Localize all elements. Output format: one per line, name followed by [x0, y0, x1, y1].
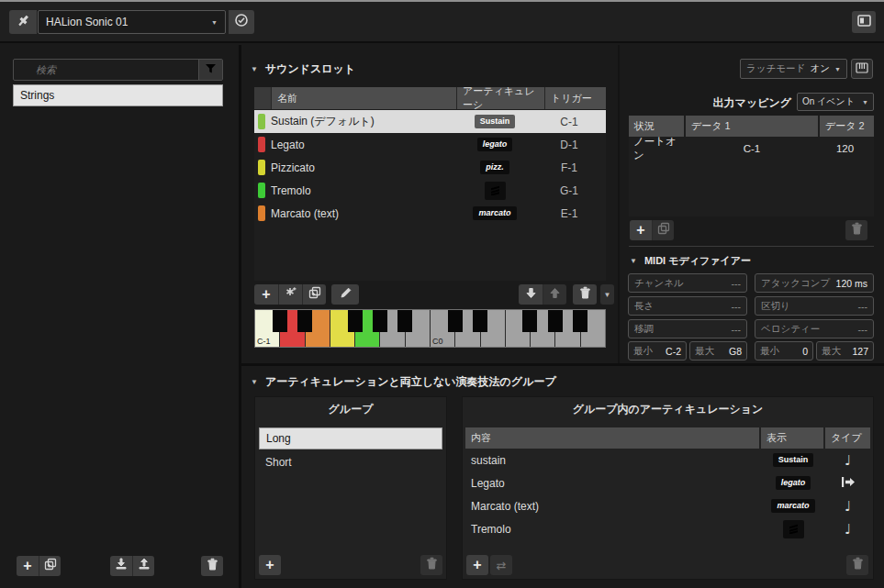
chevron-down-icon: ▼: [604, 291, 611, 299]
group-list-panel: グループ Long Short +: [254, 396, 447, 580]
sound-slot-row[interactable]: Pizzicato pizz. F-1: [254, 156, 606, 179]
chevron-down-icon: ▼: [862, 99, 868, 105]
delete-articulation-button[interactable]: [846, 555, 868, 575]
column-data2[interactable]: データ 2: [820, 116, 874, 137]
black-key[interactable]: [348, 310, 363, 332]
column-type[interactable]: タイプ: [825, 427, 870, 449]
delete-output-event-button[interactable]: [845, 220, 867, 240]
add-group-button[interactable]: +: [259, 555, 281, 575]
articulation-badge: legato: [477, 138, 513, 151]
groups-section-header[interactable]: ▼ アーティキュレーションと両立しない演奏技法のグループ: [251, 374, 556, 390]
group-articulation-row[interactable]: Marcato (text) marcato ♩: [465, 494, 870, 517]
velocity-field[interactable]: ベロシティー ---: [755, 319, 874, 338]
channel-field[interactable]: チャンネル ---: [628, 273, 747, 293]
pencil-icon: [340, 286, 352, 303]
trash-icon: [852, 557, 864, 573]
add-slot-button[interactable]: +: [254, 284, 278, 305]
articulation-name: Marcato (text): [465, 500, 761, 513]
delete-map-button[interactable]: [201, 556, 223, 576]
attack-comp-field[interactable]: アタックコンプ 120 ms: [755, 273, 874, 293]
bottom-section-divider: [241, 363, 884, 366]
length-field[interactable]: 長さ ---: [628, 296, 747, 316]
pitch-max-field[interactable]: 最大 G8: [689, 341, 747, 361]
keyswitch-assign-button[interactable]: [278, 284, 302, 305]
black-key[interactable]: [548, 310, 563, 332]
slot-options-button[interactable]: ▼: [600, 284, 614, 305]
delete-group-button[interactable]: [420, 555, 442, 575]
output-mapping-row[interactable]: ノートオン C-1 120: [629, 137, 874, 160]
column-content[interactable]: 内容: [465, 427, 759, 449]
sound-slot-row[interactable]: Sustain (デフォルト) Sustain C-1: [254, 110, 606, 133]
instrument-selector[interactable]: HALion Sonic 01 ▼: [38, 10, 226, 34]
slot-color-swatch: [258, 137, 265, 152]
black-key[interactable]: [297, 310, 312, 332]
panel-toggle-button[interactable]: [852, 11, 876, 33]
separator-field[interactable]: 区切り ---: [755, 296, 874, 316]
slot-name: Marcato (text): [271, 207, 451, 220]
column-articulation[interactable]: アーティキュレーシ: [457, 87, 544, 109]
sound-slot-row[interactable]: Marcato (text) marcato E-1: [254, 202, 606, 225]
trigger-keyboard[interactable]: C-1 C0: [254, 309, 606, 348]
black-key[interactable]: [573, 310, 587, 332]
delete-slot-button[interactable]: [573, 284, 597, 305]
plus-icon: +: [636, 223, 644, 238]
black-key[interactable]: [273, 310, 287, 332]
velocity-min-field[interactable]: 最小 0: [755, 341, 813, 361]
articulation-badge: marcato: [771, 499, 814, 513]
latch-mode-value: オン: [811, 62, 831, 75]
piano-icon: [856, 61, 868, 77]
field-value: 120 ms: [836, 278, 867, 289]
attribute-note-icon: ♩: [845, 452, 851, 469]
black-key[interactable]: [373, 310, 387, 332]
black-key[interactable]: [522, 310, 537, 332]
add-output-event-button[interactable]: +: [630, 220, 652, 240]
field-value: ---: [732, 301, 742, 312]
field-label: チャンネル: [634, 277, 684, 290]
trash-icon: [426, 557, 438, 573]
import-map-button[interactable]: [110, 556, 132, 576]
duplicate-map-button[interactable]: [39, 556, 61, 576]
black-key[interactable]: [473, 310, 487, 332]
column-data1[interactable]: データ 1: [686, 116, 818, 137]
column-display[interactable]: 表示: [761, 427, 823, 449]
apply-button[interactable]: [229, 10, 254, 34]
column-name[interactable]: 名前: [272, 87, 456, 109]
transpose-field[interactable]: 移調 ---: [628, 319, 747, 338]
groups-section-title: アーティキュレーションと両立しない演奏技法のグループ: [265, 374, 556, 390]
move-slot-up-button[interactable]: [543, 284, 566, 305]
filter-button[interactable]: [198, 60, 222, 80]
add-map-button[interactable]: +: [17, 556, 39, 576]
black-key[interactable]: [448, 310, 463, 332]
trash-icon: [207, 558, 218, 574]
pin-button[interactable]: [9, 10, 37, 34]
black-key[interactable]: [397, 310, 412, 332]
import-icon: [115, 558, 128, 574]
latch-mode-select[interactable]: ラッチモード オン ▼: [740, 59, 847, 79]
group-articulation-row[interactable]: Legato legato: [465, 472, 870, 494]
output-mapping-mode-select[interactable]: On イベント ▼: [797, 93, 874, 111]
add-articulation-button[interactable]: +: [466, 555, 488, 575]
sound-slot-row[interactable]: Legato legato D-1: [254, 133, 606, 156]
sound-slot-row[interactable]: Tremolo G-1: [254, 179, 606, 202]
duplicate-output-event-button[interactable]: [652, 220, 674, 240]
swap-arrows-icon: ⇄: [497, 559, 507, 572]
group-item-short[interactable]: Short: [259, 451, 442, 473]
edit-slot-button[interactable]: [331, 284, 359, 305]
sound-slots-header[interactable]: ▼ サウンドスロット: [251, 61, 355, 77]
check-circle-icon: [234, 13, 249, 31]
pitch-min-field[interactable]: 最小 C-2: [628, 341, 687, 361]
keyboard-display-button[interactable]: [851, 59, 873, 79]
field-label: 移調: [634, 323, 654, 336]
export-map-button[interactable]: [132, 556, 154, 576]
duplicate-slot-button[interactable]: [302, 284, 326, 305]
group-articulation-row[interactable]: Tremolo ♩: [465, 517, 870, 540]
move-slot-down-button[interactable]: [519, 284, 543, 305]
library-item-strings[interactable]: Strings: [13, 84, 223, 106]
swap-articulation-button[interactable]: ⇄: [490, 555, 512, 575]
search-input[interactable]: [36, 64, 198, 75]
velocity-max-field[interactable]: 最大 127: [816, 341, 874, 361]
midi-modifier-header[interactable]: ▼ MIDI モディファイアー: [630, 254, 751, 268]
column-trigger[interactable]: トリガー: [545, 87, 606, 109]
group-articulation-row[interactable]: sustain Sustain ♩: [465, 449, 870, 472]
group-item-long[interactable]: Long: [259, 427, 442, 449]
